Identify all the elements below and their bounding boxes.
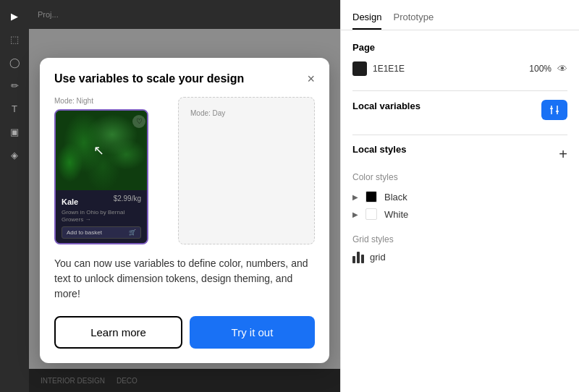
white-color-swatch: [365, 208, 377, 220]
preview-day-label: Mode: Day: [190, 109, 303, 117]
sidebar-icon-shape[interactable]: ◯: [4, 52, 25, 72]
color-styles-label: Color styles: [352, 172, 567, 182]
modal-preview: Mode: Night ♡ ↖ Kale $2.99/kg Grown in O…: [40, 85, 329, 257]
tab-prototype[interactable]: Prototype: [393, 6, 434, 30]
preview-night-label: Mode: Night: [54, 97, 166, 105]
local-styles-label: Local styles: [352, 144, 406, 155]
arrow-icon-white: ▶: [352, 210, 358, 218]
local-styles-row: Local styles +: [352, 144, 567, 163]
page-color-swatch[interactable]: [352, 61, 367, 76]
grid-style-row[interactable]: grid: [352, 250, 567, 263]
product-card-image: ♡ ↖: [56, 111, 148, 190]
add-basket-label: Add to basket: [67, 229, 102, 236]
page-color-row: 1E1E1E 100% 👁: [352, 61, 567, 76]
divider-1: [352, 90, 567, 91]
page-section-title: Page: [352, 42, 567, 53]
arrow-icon-black: ▶: [352, 193, 358, 201]
panel-tabs: Design Prototype: [341, 0, 579, 30]
sidebar-icon-component[interactable]: ◈: [4, 145, 25, 165]
modal-close-button[interactable]: ×: [307, 72, 315, 85]
preview-day-card: Mode: Day: [178, 97, 315, 245]
panel-content: Page 1E1E1E 100% 👁 Local variables: [341, 30, 579, 392]
variables-modal: Use variables to scale your design × Mod…: [40, 58, 329, 364]
modal-title: Use variables to scale your design: [54, 72, 244, 85]
eye-icon[interactable]: 👁: [557, 63, 567, 74]
tab-design[interactable]: Design: [352, 6, 381, 30]
try-it-out-button[interactable]: Try it out: [190, 316, 315, 349]
local-variables-row: Local variables: [352, 100, 567, 120]
modal-overlay: Use variables to scale your design × Mod…: [29, 29, 340, 392]
local-variables-label: Local variables: [352, 101, 420, 111]
preview-night-card: Mode: Night ♡ ↖ Kale $2.99/kg Grown in O…: [54, 97, 166, 245]
page-opacity: 100%: [529, 64, 551, 74]
card-product-price: $2.99/kg: [114, 195, 141, 203]
canvas-area: Use variables to scale your design × Mod…: [0, 0, 340, 392]
local-variables-button[interactable]: [541, 100, 567, 120]
grid-bar-1: [352, 256, 355, 263]
sidebar-icon-text[interactable]: T: [4, 98, 25, 119]
sidebar-icon-cursor[interactable]: ▶: [4, 6, 25, 26]
top-bar: Proj...: [29, 0, 340, 29]
add-style-button[interactable]: +: [559, 147, 567, 161]
add-to-basket-button[interactable]: Add to basket 🛒: [62, 226, 141, 239]
card-product-name: Kale: [62, 197, 78, 206]
card-detail: Kale $2.99/kg Grown in Ohio by Bernal Gr…: [56, 190, 147, 244]
learn-more-button[interactable]: Learn more: [54, 316, 182, 349]
grid-styles-label: Grid styles: [352, 234, 567, 244]
color-style-white[interactable]: ▶ White: [352, 205, 567, 223]
grid-icon: [352, 250, 364, 263]
modal-actions: Learn more Try it out: [54, 316, 315, 349]
divider-2: [352, 135, 567, 135]
variables-icon: [549, 104, 560, 116]
black-label: Black: [384, 192, 407, 203]
grid-bar-3: [361, 255, 364, 263]
modal-text-section: You can now use variables to define colo…: [40, 256, 329, 363]
modal-header: Use variables to scale your design ×: [40, 58, 329, 85]
product-card-night: ♡ ↖ Kale $2.99/kg Grown in Ohio by Berna…: [54, 109, 148, 245]
grid-bar-2: [357, 252, 360, 263]
card-origin: Grown in Ohio by Bernal Growers →: [62, 209, 141, 224]
modal-description: You can now use variables to define colo…: [54, 256, 315, 302]
design-panel: Design Prototype Page 1E1E1E 100% 👁 Loca…: [340, 0, 579, 392]
sidebar-icon-assets[interactable]: ▣: [4, 122, 25, 142]
grid-label: grid: [370, 252, 386, 263]
top-bar-label: Proj...: [38, 10, 59, 19]
page-color-value: 1E1E1E: [373, 64, 523, 74]
left-sidebar: ▶ ⬚ ◯ ✏ T ▣ ◈: [0, 0, 29, 392]
heart-icon: ♡: [132, 115, 145, 128]
sidebar-icon-pen[interactable]: ✏: [4, 75, 25, 95]
sidebar-icon-frame[interactable]: ⬚: [4, 29, 25, 49]
page-section: Page 1E1E1E 100% 👁: [352, 42, 567, 76]
black-color-swatch: [365, 191, 377, 203]
white-label: White: [384, 209, 408, 220]
basket-icon: 🛒: [129, 229, 136, 236]
color-style-black[interactable]: ▶ Black: [352, 188, 567, 205]
